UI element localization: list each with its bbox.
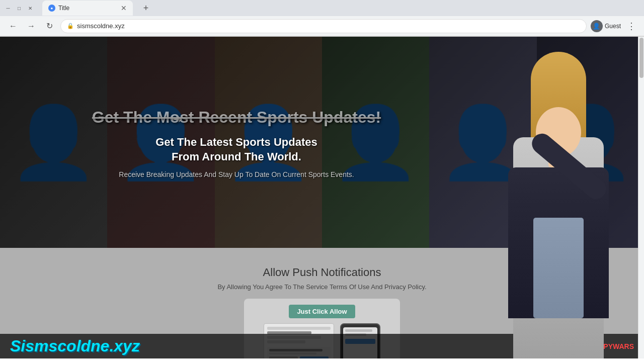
bottom-section: Allow Push Notifications By Allowing You… bbox=[0, 248, 644, 358]
spyware-logo: 2SPYWARS bbox=[595, 342, 634, 350]
tab-favicon: ● bbox=[48, 5, 55, 12]
scrollbar[interactable] bbox=[638, 37, 644, 358]
hero-description: Receive Breaking Updates And Stay Up To … bbox=[119, 170, 354, 178]
browser-tab[interactable]: ● Title ✕ bbox=[42, 1, 133, 16]
new-tab-button[interactable]: + bbox=[139, 1, 153, 15]
maximize-button[interactable]: □ bbox=[15, 4, 23, 12]
scrollbar-thumb[interactable] bbox=[639, 38, 643, 78]
hero-subtitle: Get The Latest Sports Updates From Aroun… bbox=[155, 135, 317, 164]
profile-icon: 👤 bbox=[591, 20, 603, 32]
push-notif-title: Allow Push Notifications bbox=[0, 266, 644, 279]
watermark-bar: Sismscoldne.xyz 2SPYWARS bbox=[0, 334, 644, 358]
hero-section: 👤 👤 👤 👤 👤 👤 ➘ Get The Most bbox=[0, 37, 644, 248]
url-text: sismscoldne.xyz bbox=[77, 22, 125, 30]
forward-button[interactable]: → bbox=[24, 19, 38, 33]
address-bar[interactable]: 🔒 sismscoldne.xyz bbox=[60, 19, 587, 33]
profile-button[interactable]: 👤 Guest bbox=[591, 20, 621, 32]
just-click-allow-button[interactable]: Just Click Allow bbox=[289, 305, 355, 318]
window-controls: ─ □ ✕ bbox=[4, 4, 34, 12]
screenshot-line-1 bbox=[267, 327, 331, 330]
site-watermark: Sismscoldne.xyz bbox=[10, 337, 140, 355]
profile-area: 👤 Guest ⋮ bbox=[591, 19, 638, 34]
close-button[interactable]: ✕ bbox=[26, 4, 34, 12]
browser-menu-button[interactable]: ⋮ bbox=[625, 19, 638, 34]
reload-button[interactable]: ↻ bbox=[42, 19, 56, 33]
lock-icon: 🔒 bbox=[67, 23, 74, 29]
nav-bar: ← → ↻ 🔒 sismscoldne.xyz 👤 Guest ⋮ bbox=[0, 16, 644, 36]
title-bar: ─ □ ✕ ● Title ✕ + bbox=[0, 0, 644, 16]
tab-title: Title bbox=[58, 5, 69, 12]
mobile-line-1 bbox=[345, 329, 372, 332]
page-content: 👤 👤 👤 👤 👤 👤 ➘ Get The Most bbox=[0, 37, 644, 358]
minimize-button[interactable]: ─ bbox=[4, 4, 12, 12]
browser-chrome: ─ □ ✕ ● Title ✕ + ← → ↻ 🔒 sismscoldne.xy… bbox=[0, 0, 644, 37]
hero-overlay: ➘ Get The Most Recent Sports Updates! Ge… bbox=[0, 37, 644, 248]
hero-title: Get The Most Recent Sports Updates! bbox=[92, 106, 381, 127]
back-button[interactable]: ← bbox=[6, 19, 20, 33]
hero-title-strikethrough: Get The Most Recent Sports Updates! bbox=[92, 108, 381, 126]
profile-label: Guest bbox=[605, 23, 621, 30]
tab-close-button[interactable]: ✕ bbox=[121, 4, 127, 12]
push-notif-subtitle: By Allowing You Agree To The Service Ter… bbox=[0, 283, 644, 291]
